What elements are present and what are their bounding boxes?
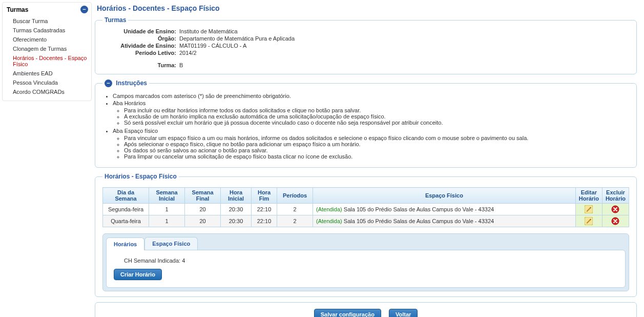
instrucoes-legend: − Instruções bbox=[102, 80, 149, 87]
turmas-legend: Turmas bbox=[102, 16, 128, 24]
turmas-fieldset: Turmas Unidade de Ensino: Instituto de M… bbox=[95, 16, 637, 74]
instr-subitem: Os dados só serão salvos ao acionar o bo… bbox=[124, 147, 629, 153]
col-dia: Dia da Semana bbox=[103, 188, 149, 204]
col-editar: Editar Horário bbox=[575, 188, 602, 204]
col-periodos: Períodos bbox=[277, 188, 313, 204]
espaco-desc: Sala 105 do Prédio Salas de Aulas Campus… bbox=[344, 206, 494, 212]
periodo-value: 2014/2 bbox=[179, 50, 629, 56]
sidebar-list: Buscar Turma Turmas Cadastradas Oferecim… bbox=[3, 16, 91, 98]
sidebar-item-pessoa-vinculada[interactable]: Pessoa Vinculada bbox=[13, 78, 91, 87]
orgao-label: Órgão: bbox=[102, 35, 179, 42]
col-excluir: Excluir Horário bbox=[602, 188, 629, 204]
espaco-cell: (Atendida) Sala 105 do Prédio Salas de A… bbox=[313, 204, 576, 215]
table-cell: 22:10 bbox=[252, 204, 277, 215]
table-cell: 22:10 bbox=[252, 215, 277, 227]
schedule-table: Dia da Semana Semana Inicial Semana Fina… bbox=[102, 187, 629, 227]
instr-subitem: Só será possível excluir um horário que … bbox=[124, 120, 629, 126]
sidebar-item-turmas-cadastradas[interactable]: Turmas Cadastradas bbox=[13, 26, 91, 35]
unidade-label: Unidade de Ensino: bbox=[102, 28, 179, 34]
instr-item: Aba Horários Para incluir ou editar horá… bbox=[113, 100, 629, 127]
turma-value: B bbox=[179, 62, 629, 68]
col-hora-ini: Hora Inicial bbox=[221, 188, 252, 204]
sidebar-item-buscar-turma[interactable]: Buscar Turma bbox=[13, 16, 91, 26]
atividade-label: Atividade de Ensino: bbox=[102, 43, 179, 49]
sidebar-item-clonagem[interactable]: Clonagem de Turmas bbox=[13, 44, 91, 53]
turma-label: Turma: bbox=[102, 62, 179, 68]
horarios-legend: Horários - Espaço Físico bbox=[102, 173, 179, 180]
instr-subitem: Para limpar ou cancelar uma solicitação … bbox=[124, 153, 629, 160]
orgao-value: Departamento de Matemática Pura e Aplica… bbox=[179, 35, 629, 42]
actions-bar: Salvar configuração Voltar bbox=[95, 302, 637, 317]
periodo-label: Período Letivo: bbox=[102, 50, 179, 56]
sidebar-item-oferecimento[interactable]: Oferecimento bbox=[13, 35, 91, 44]
table-cell: 20 bbox=[185, 204, 221, 215]
table-cell: Segunda-feira bbox=[103, 204, 149, 215]
instr-subitem: Para vincular um espaço físico a um ou m… bbox=[124, 135, 629, 141]
minus-circle-icon[interactable]: − bbox=[105, 80, 112, 87]
pencil-icon[interactable] bbox=[579, 217, 599, 225]
instr-subitem: A exclusão de um horário implica na excl… bbox=[124, 113, 629, 120]
sidebar: Turmas − Buscar Turma Turmas Cadastradas… bbox=[2, 2, 92, 101]
table-cell: 20 bbox=[185, 215, 221, 227]
delete-icon[interactable] bbox=[606, 205, 626, 213]
table-cell: 20:30 bbox=[221, 204, 252, 215]
minus-circle-icon[interactable]: − bbox=[80, 6, 88, 13]
tab-espaco-fisico[interactable]: Espaço Físico bbox=[144, 237, 198, 250]
tab-horarios[interactable]: Horários bbox=[106, 237, 144, 250]
col-sem-fim: Semana Final bbox=[185, 188, 221, 204]
table-cell: 20:30 bbox=[221, 215, 252, 227]
page-title: Horários - Docentes - Espaço Físico bbox=[95, 2, 637, 16]
tabs-container: Horários Espaço Físico CH Semanal Indica… bbox=[102, 233, 629, 291]
instr-subitem: Após selecionar o espaço físico, clique … bbox=[124, 141, 629, 147]
edit-cell bbox=[575, 204, 602, 215]
table-header: Dia da Semana Semana Inicial Semana Fina… bbox=[103, 188, 629, 204]
instr-item-label: Aba Horários bbox=[113, 100, 146, 106]
instrucoes-legend-text: Instruções bbox=[116, 80, 147, 87]
table-cell: 1 bbox=[149, 215, 185, 227]
sidebar-item-ambientes-ead[interactable]: Ambientes EAD bbox=[13, 69, 91, 78]
atividade-value: MAT01199 - CÁLCULO - A bbox=[179, 43, 629, 49]
col-sem-ini: Semana Inicial bbox=[149, 188, 185, 204]
table-cell: 2 bbox=[277, 204, 313, 215]
espaco-status: (Atendida) bbox=[316, 218, 344, 224]
salvar-configuracao-button[interactable]: Salvar configuração bbox=[314, 309, 381, 317]
ch-semanal-label: CH Semanal Indicada: bbox=[124, 257, 180, 264]
criar-horario-button[interactable]: Criar Horário bbox=[114, 269, 162, 280]
instr-subitem: Para incluir ou editar horários informe … bbox=[124, 107, 629, 113]
horarios-fieldset: Horários - Espaço Físico Dia da Semana S… bbox=[95, 173, 637, 297]
instrucoes-fieldset: − Instruções Campos marcados com asteris… bbox=[95, 80, 637, 168]
col-hora-fim: Hora Fim bbox=[252, 188, 277, 204]
ch-semanal-value: 4 bbox=[182, 257, 185, 264]
table-cell: 2 bbox=[277, 215, 313, 227]
edit-cell bbox=[575, 215, 602, 227]
table-row: Quarta-feira12020:3022:102(Atendida) Sal… bbox=[103, 215, 629, 227]
voltar-button[interactable]: Voltar bbox=[389, 309, 418, 317]
espaco-cell: (Atendida) Sala 105 do Prédio Salas de A… bbox=[313, 215, 576, 227]
espaco-desc: Sala 105 do Prédio Salas de Aulas Campus… bbox=[344, 218, 494, 224]
sidebar-title: Turmas bbox=[7, 6, 28, 13]
instr-item: Aba Espaço físico Para vincular um espaç… bbox=[113, 127, 629, 161]
pencil-icon[interactable] bbox=[579, 205, 599, 213]
table-row: Segunda-feira12020:3022:102(Atendida) Sa… bbox=[103, 204, 629, 215]
table-cell: Quarta-feira bbox=[103, 215, 149, 227]
ch-semanal-line: CH Semanal Indicada: 4 bbox=[114, 257, 618, 264]
instr-item-label: Aba Espaço físico bbox=[113, 128, 158, 134]
tab-panel-horarios: CH Semanal Indicada: 4 Criar Horário bbox=[106, 250, 626, 288]
instr-item: Campos marcados com asterisco (*) são de… bbox=[113, 92, 629, 100]
sidebar-item-horarios[interactable]: Horários - Docentes - Espaço Físico bbox=[13, 53, 91, 69]
sidebar-item-acordo-comgrads[interactable]: Acordo COMGRADs bbox=[13, 87, 91, 96]
delete-cell bbox=[602, 204, 629, 215]
table-cell: 1 bbox=[149, 204, 185, 215]
main-content: Horários - Docentes - Espaço Físico Turm… bbox=[92, 2, 642, 317]
delete-cell bbox=[602, 215, 629, 227]
col-espaco: Espaço Físico bbox=[313, 188, 576, 204]
delete-icon[interactable] bbox=[606, 217, 626, 225]
espaco-status: (Atendida) bbox=[316, 206, 344, 212]
unidade-value: Instituto de Matemática bbox=[179, 28, 629, 34]
tabstrip: Horários Espaço Físico bbox=[106, 237, 626, 250]
sidebar-header: Turmas − bbox=[3, 5, 91, 16]
